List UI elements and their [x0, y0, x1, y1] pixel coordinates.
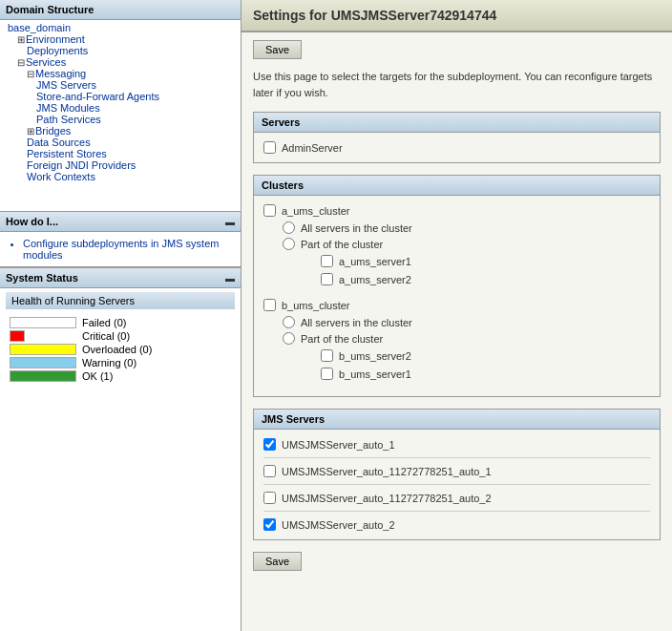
tree-data-sources[interactable]: Data Sources [4, 137, 237, 148]
tree-base-domain[interactable]: base_domain [4, 22, 237, 33]
failed-bar [10, 317, 76, 328]
health-title: Health of Running Servers [6, 292, 235, 309]
how-do-i-item-0[interactable]: Configure subdeployments in JMS system m… [23, 238, 233, 261]
b-server2-row: b_ums_server2 [321, 347, 650, 365]
cluster-item-1: b_ums_cluster All servers in the cluster… [263, 296, 650, 383]
a-server2-row: a_ums_server2 [321, 270, 650, 288]
b-part-label: Part of the cluster [301, 333, 383, 345]
b-ums-cluster-checkbox[interactable] [263, 299, 276, 311]
adminserver-label: AdminServer [282, 142, 343, 154]
right-panel: Settings for UMSJMSServer742914744 Save … [242, 0, 672, 631]
a-all-label: All servers in the cluster [301, 222, 412, 234]
save-button-bottom[interactable]: Save [253, 552, 302, 571]
jms-servers-section: JMS Servers UMSJMSServer_auto_1 UMSJMSSe… [253, 409, 661, 540]
status-row-warning: Warning (0) [10, 357, 231, 368]
servers-section: Servers AdminServer [253, 112, 661, 163]
cluster-1-radio-part: Part of the cluster [283, 330, 650, 347]
cluster-0-radio-all: All servers in the cluster [283, 220, 650, 236]
cluster-1-checkbox-row: b_ums_cluster [263, 296, 650, 314]
jms-servers-body: UMSJMSServer_auto_1 UMSJMSServer_auto_11… [254, 430, 660, 539]
jms-server-1-label: UMSJMSServer_auto_1 [282, 439, 395, 451]
b-all-servers-radio[interactable] [283, 316, 295, 328]
b-ums-server1-checkbox[interactable] [321, 368, 333, 380]
a-ums-server2-checkbox[interactable] [321, 273, 333, 285]
save-button-top[interactable]: Save [253, 40, 302, 59]
a-part-cluster-radio[interactable] [283, 238, 295, 250]
b-ums-server1-label: b_ums_server1 [339, 368, 411, 380]
server-row-adminserver: AdminServer [263, 138, 650, 157]
cluster-item-0: a_ums_cluster All servers in the cluster… [263, 201, 650, 288]
jms-servers-header: JMS Servers [254, 410, 660, 430]
jms-server-row-2: UMSJMSServer_auto_11272778251_auto_2 [263, 489, 650, 507]
a-ums-server1-checkbox[interactable] [321, 255, 333, 267]
domain-structure-title: Domain Structure [6, 4, 94, 15]
how-do-i-collapse[interactable]: ▬ [225, 217, 235, 227]
tree-store-forward[interactable]: Store-and-Forward Agents [4, 91, 237, 102]
a-all-servers-radio[interactable] [283, 221, 295, 234]
clusters-section: Clusters a_ums_cluster All servers in th… [253, 175, 661, 397]
status-row-overloaded: Overloaded (0) [10, 344, 231, 355]
jms-server-4-label: UMSJMSServer_auto_2 [282, 519, 395, 531]
cluster-0-radio-part: Part of the cluster [283, 236, 650, 252]
jms-server-2-label: UMSJMSServer_auto_11272778251_auto_1 [282, 466, 492, 477]
a-ums-server2-label: a_ums_server2 [339, 274, 411, 285]
cluster-1-sub-servers: b_ums_server2 b_ums_server1 [321, 347, 650, 383]
tree-foreign-jndi[interactable]: Foreign JNDI Providers [4, 159, 237, 171]
jms-server-4-checkbox[interactable] [263, 518, 276, 531]
tree-environment[interactable]: ⊞Environment [4, 33, 237, 45]
tree-messaging[interactable]: ⊟Messaging [4, 68, 237, 79]
jms-server-3-label: UMSJMSServer_auto_11272778251_auto_2 [282, 493, 492, 504]
tree-work-contexts[interactable]: Work Contexts [4, 171, 237, 182]
how-do-i-content: Configure subdeployments in JMS system m… [0, 232, 241, 267]
ok-bar [10, 370, 76, 382]
critical-bar [10, 330, 25, 342]
jms-server-row-0: UMSJMSServer_auto_1 [263, 435, 650, 453]
tree-persistent-stores[interactable]: Persistent Stores [4, 148, 237, 159]
jms-server-row-3: UMSJMSServer_auto_2 [263, 515, 650, 534]
status-rows: Failed (0) Critical (0) Overloaded (0) W… [6, 313, 235, 386]
cluster-0-radio-group: All servers in the cluster Part of the c… [283, 220, 650, 288]
tree-path-services[interactable]: Path Services [4, 114, 237, 125]
jms-server-row-1: UMSJMSServer_auto_11272778251_auto_1 [263, 462, 650, 480]
system-status-header: System Status ▬ [0, 267, 241, 288]
servers-body: AdminServer [254, 133, 660, 162]
adminserver-checkbox[interactable] [263, 141, 276, 154]
tree-scroll-area: base_domain ⊞Environment Deployments ⊟Se… [0, 20, 241, 211]
system-status-content: Health of Running Servers Failed (0) Cri… [0, 288, 241, 389]
system-status-collapse[interactable]: ▬ [225, 273, 235, 284]
a-ums-server1-label: a_ums_server1 [339, 256, 411, 267]
b-ums-server2-checkbox[interactable] [321, 349, 333, 362]
domain-structure-header: Domain Structure [0, 0, 241, 20]
clusters-header: Clusters [254, 176, 660, 196]
status-row-failed: Failed (0) [10, 317, 231, 328]
tree-inner: base_domain ⊞Environment Deployments ⊟Se… [0, 20, 241, 211]
cluster-0-checkbox-row: a_ums_cluster [263, 201, 650, 220]
status-row-ok: OK (1) [10, 370, 231, 382]
jms-server-2-checkbox[interactable] [263, 465, 276, 477]
a-server1-row: a_ums_server1 [321, 252, 650, 270]
b-ums-server2-label: b_ums_server2 [339, 350, 411, 362]
warning-bar [10, 357, 76, 368]
right-content: Save Use this page to select the targets… [242, 32, 672, 588]
b-all-label: All servers in the cluster [301, 317, 412, 328]
a-part-label: Part of the cluster [301, 239, 383, 250]
tree-deployments[interactable]: Deployments [4, 45, 237, 56]
page-title: Settings for UMSJMSServer742914744 [242, 0, 672, 32]
info-text: Use this page to select the targets for … [253, 69, 661, 100]
servers-header: Servers [254, 113, 660, 133]
jms-server-3-checkbox[interactable] [263, 492, 276, 504]
status-row-critical: Critical (0) [10, 330, 231, 342]
b-ums-cluster-label: b_ums_cluster [282, 300, 350, 311]
cluster-0-sub-servers: a_ums_server1 a_ums_server2 [321, 252, 650, 288]
a-ums-cluster-checkbox[interactable] [263, 204, 276, 217]
left-panel: Domain Structure base_domain ⊞Environmen… [0, 0, 242, 631]
clusters-body: a_ums_cluster All servers in the cluster… [254, 196, 660, 396]
b-part-cluster-radio[interactable] [283, 332, 295, 345]
cluster-1-radio-group: All servers in the cluster Part of the c… [283, 314, 650, 383]
overloaded-bar [10, 344, 76, 355]
tree-bridges[interactable]: ⊞Bridges [4, 125, 237, 137]
tree-jms-modules[interactable]: JMS Modules [4, 102, 237, 114]
tree-services[interactable]: ⊟Services [4, 56, 237, 68]
jms-server-1-checkbox[interactable] [263, 438, 276, 451]
tree-jms-servers[interactable]: JMS Servers [4, 79, 237, 91]
